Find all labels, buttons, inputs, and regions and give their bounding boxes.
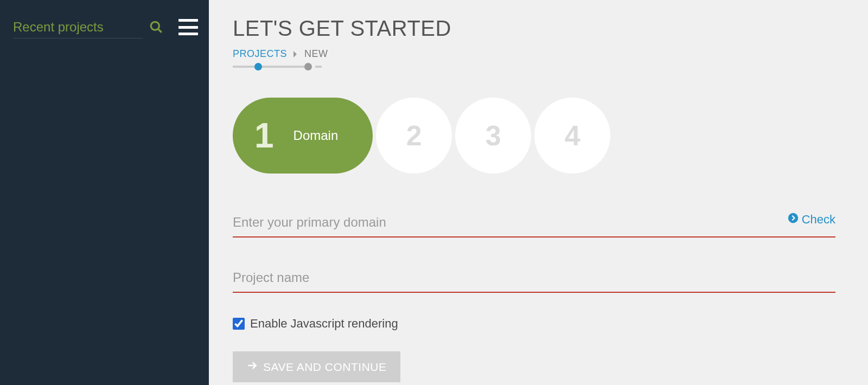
svg-line-1	[158, 29, 162, 33]
progress-dot-active	[254, 63, 262, 70]
progress-dot-inactive	[304, 63, 312, 70]
search-icon[interactable]	[149, 20, 163, 34]
step-wizard: 1 Domain 2 3 4	[233, 98, 835, 174]
save-button-label: SAVE AND CONTINUE	[263, 361, 386, 374]
chevron-right-icon	[292, 50, 299, 58]
check-domain-button[interactable]: Check	[781, 213, 835, 227]
circle-chevron-right-icon	[788, 213, 799, 227]
breadcrumb-current: NEW	[304, 48, 328, 60]
breadcrumb: PROJECTS NEW	[233, 48, 835, 60]
enable-js-rendering-checkbox[interactable]	[233, 318, 245, 330]
step-2[interactable]: 2	[376, 98, 452, 174]
check-label: Check	[802, 213, 835, 227]
main-content: LET'S GET STARTED PROJECTS NEW 1 Domain …	[209, 0, 868, 385]
primary-domain-input[interactable]	[233, 211, 835, 238]
project-name-input[interactable]	[233, 267, 835, 293]
js-rendering-row: Enable Javascript rendering	[233, 317, 835, 331]
svg-point-2	[788, 213, 797, 223]
save-and-continue-button[interactable]: SAVE AND CONTINUE	[233, 351, 400, 382]
domain-field-row: Check	[233, 211, 835, 238]
step-label: Domain	[293, 128, 339, 143]
arrow-right-icon	[247, 360, 258, 374]
svg-point-0	[151, 22, 159, 30]
sidebar	[0, 0, 209, 385]
progress-indicator	[233, 63, 835, 70]
page-title: LET'S GET STARTED	[233, 16, 835, 41]
step-3[interactable]: 3	[455, 98, 531, 174]
sidebar-top	[0, 0, 209, 54]
enable-js-rendering-label[interactable]: Enable Javascript rendering	[250, 317, 398, 331]
step-4[interactable]: 4	[534, 98, 610, 174]
menu-icon[interactable]	[178, 19, 198, 35]
step-number: 1	[254, 116, 274, 156]
breadcrumb-projects-link[interactable]: PROJECTS	[233, 48, 287, 60]
recent-projects-search-input[interactable]	[13, 16, 143, 39]
step-1-domain[interactable]: 1 Domain	[233, 98, 373, 174]
project-name-field-row	[233, 267, 835, 293]
